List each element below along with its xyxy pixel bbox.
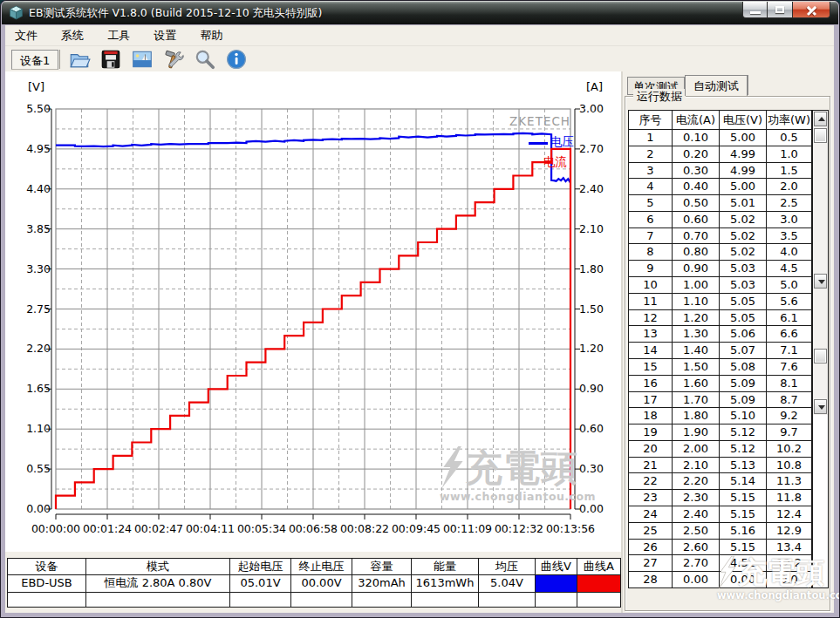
x-axis-tick-label: 00:12:32	[491, 522, 547, 535]
table-row[interactable]: 202.005.1210.2	[629, 441, 828, 458]
table-cell: 11.8	[767, 490, 812, 506]
export-image-button[interactable]	[131, 48, 154, 71]
table-row[interactable]: 121.205.056.1	[629, 310, 828, 327]
table-cell: 2.40	[673, 506, 720, 523]
voltage-legend-label: 电压	[550, 134, 574, 150]
table-row[interactable]: 242.405.1512.4	[629, 506, 828, 523]
table-cell: 0.30	[673, 163, 720, 180]
table-row[interactable]: 80.805.024.0	[629, 244, 828, 261]
table-row[interactable]: 90.905.034.5	[629, 261, 828, 277]
table-row[interactable]: 141.405.077.1	[629, 343, 828, 359]
table-cell: 2	[629, 146, 673, 163]
scroll-down-button[interactable]	[814, 399, 827, 414]
y-left-tick-label: 0.00	[5, 503, 51, 515]
table-row[interactable]: 111.105.055.6	[629, 294, 828, 310]
table-cell: 4	[629, 179, 673, 195]
run-data-table-header: 序号 电流(A) 电压(V) 功率(W)	[629, 111, 828, 130]
result-empty-cell	[291, 593, 352, 607]
result-value-cell: 05.01V	[230, 575, 290, 592]
table-cell: 8.7	[767, 392, 812, 409]
table-row[interactable]: 222.205.1411.3	[629, 473, 828, 490]
table-row[interactable]: 252.505.1612.9	[629, 523, 828, 540]
table-cell: 1.30	[673, 326, 720, 343]
minimize-button[interactable]	[742, 2, 768, 18]
arrow-down-icon	[818, 405, 825, 410]
save-button[interactable]	[99, 48, 122, 71]
about-button[interactable]	[225, 48, 248, 71]
table-row[interactable]: 10.105.000.5	[629, 130, 828, 146]
scrollbar-thumb[interactable]	[814, 128, 827, 143]
table-row[interactable]: 171.705.098.7	[629, 392, 828, 409]
y-left-tick-label: 4.95	[5, 143, 51, 155]
table-cell: 4.99	[720, 163, 767, 180]
table-cell: 6.6	[767, 326, 812, 343]
result-header-cell: 容量	[352, 559, 411, 574]
table-row[interactable]: 212.105.1310.8	[629, 458, 828, 474]
table-row[interactable]: 280.000.000.0	[629, 572, 828, 588]
tab-auto-test[interactable]: 自动测试	[685, 75, 748, 96]
table-cell: 1.60	[673, 376, 720, 392]
left-axis-unit: [V]	[28, 80, 44, 93]
table-row[interactable]: 50.505.012.5	[629, 195, 828, 212]
table-cell: 5.10	[720, 408, 767, 424]
table-cell: 1.00	[673, 277, 720, 294]
table-cell: 20	[629, 441, 673, 458]
result-header-cell: 终止电压	[291, 559, 352, 574]
maximize-button[interactable]	[768, 2, 793, 18]
table-cell: 25	[629, 523, 673, 540]
table-row[interactable]: 151.505.087.6	[629, 359, 828, 376]
table-cell: 5.14	[720, 473, 767, 490]
table-row[interactable]: 60.605.023.0	[629, 212, 828, 228]
table-cell: 9.7	[767, 424, 812, 441]
table-row[interactable]: 131.305.066.6	[629, 326, 828, 343]
table-row[interactable]: 101.005.035.0	[629, 277, 828, 294]
table-cell: 5.16	[720, 523, 767, 540]
x-axis-tick-label: 00:00:00	[28, 522, 84, 535]
table-row[interactable]: 20.204.991.0	[629, 146, 828, 163]
table-cell: 15	[629, 359, 673, 376]
close-button[interactable]	[793, 2, 830, 18]
menu-help[interactable]: 帮助	[190, 25, 232, 45]
y-left-tick-label: 2.20	[5, 343, 51, 355]
table-cell: 6.1	[767, 310, 812, 327]
x-axis-tick-label: 00:09:45	[388, 522, 444, 535]
table-cell: 2.00	[673, 441, 720, 458]
table-cell: 18	[629, 408, 673, 424]
y-right-tick-label: 3.00	[579, 103, 614, 115]
menu-settings[interactable]: 设置	[144, 25, 186, 45]
menu-file[interactable]: 文件	[5, 25, 47, 45]
scroll-down-button[interactable]	[814, 274, 827, 289]
table-cell: 22	[629, 473, 673, 490]
table-row[interactable]: 30.304.991.5	[629, 163, 828, 180]
table-cell: 1.5	[767, 163, 812, 180]
result-value-cell: 00.00V	[291, 575, 352, 592]
minimize-icon	[750, 11, 761, 14]
y-left-tick-label: 1.10	[5, 423, 51, 435]
table-cell: 5.01	[720, 195, 767, 212]
table-row[interactable]: 232.305.1511.8	[629, 490, 828, 506]
device-tab[interactable]: 设备1	[11, 50, 58, 70]
scroll-up-button[interactable]	[814, 112, 827, 126]
table-cell: 16	[629, 376, 673, 392]
table-cell: 5.03	[720, 277, 767, 294]
table-cell: 3.0	[767, 212, 812, 228]
zoom-button[interactable]	[194, 48, 216, 71]
table-row[interactable]: 272.704.5212.2	[629, 555, 828, 572]
table-row[interactable]: 70.705.023.5	[629, 228, 828, 245]
table-cell: 2.30	[673, 490, 720, 506]
tools-button[interactable]	[162, 48, 185, 71]
open-file-button[interactable]	[68, 48, 91, 71]
menu-system[interactable]: 系统	[51, 25, 93, 45]
y-right-tick-label: 2.40	[579, 183, 614, 195]
menu-tools[interactable]: 工具	[98, 25, 140, 45]
open-folder-icon	[68, 48, 91, 71]
table-cell: 5.15	[720, 540, 767, 556]
table-row[interactable]: 262.605.1513.4	[629, 540, 828, 556]
table-row[interactable]: 40.405.002.0	[629, 179, 828, 195]
table-cell: 5	[629, 195, 673, 212]
scrollbar-thumb[interactable]	[814, 349, 827, 363]
table-row[interactable]: 161.605.098.1	[629, 376, 828, 392]
table-scrollbar[interactable]	[812, 111, 828, 587]
table-row[interactable]: 181.805.109.2	[629, 408, 828, 424]
table-row[interactable]: 191.905.129.7	[629, 424, 828, 441]
